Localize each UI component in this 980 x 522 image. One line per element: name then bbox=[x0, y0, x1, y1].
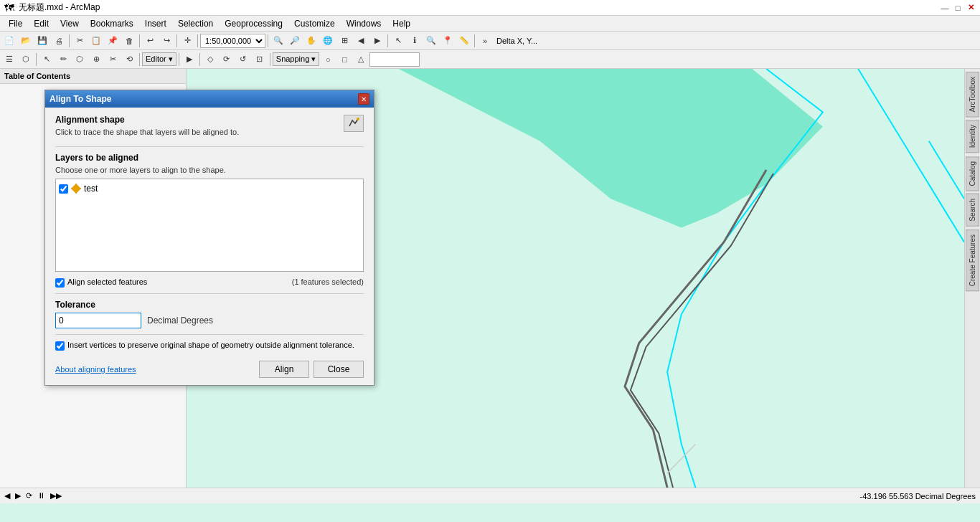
sidebar-tab-arctoolbox[interactable]: ArcToolbox bbox=[966, 72, 979, 117]
edit-tool-2[interactable]: ✏ bbox=[55, 52, 71, 67]
editor-dropdown[interactable]: Editor ▾ bbox=[142, 52, 176, 66]
status-left: ◀ ▶ ⟳ ⏸ ▶▶ bbox=[4, 491, 62, 500]
sep6 bbox=[387, 34, 388, 47]
menu-bar: File Edit View Bookmarks Insert Selectio… bbox=[0, 16, 980, 32]
menu-selection[interactable]: Selection bbox=[172, 17, 219, 30]
vertex-tool[interactable]: ◇ bbox=[202, 52, 218, 67]
status-coords: -43.196 55.563 Decimal Degrees bbox=[860, 492, 976, 500]
print-button[interactable]: 🖨 bbox=[51, 33, 67, 49]
sidebar-tab-identity[interactable]: Identity bbox=[966, 120, 979, 153]
menu-edit[interactable]: Edit bbox=[28, 17, 55, 30]
cut-button[interactable]: ✂ bbox=[72, 33, 88, 49]
layers-text: Choose one or more layers to align to th… bbox=[55, 166, 364, 174]
forward-button[interactable]: ▶ bbox=[369, 33, 385, 49]
edit-tool-1[interactable]: ↖ bbox=[39, 52, 55, 67]
maximize-button[interactable]: □ bbox=[953, 3, 963, 13]
insert-vertices-checkbox[interactable] bbox=[55, 341, 65, 351]
zoom-in-button[interactable]: 🔍 bbox=[270, 33, 286, 49]
menu-windows[interactable]: Windows bbox=[341, 17, 387, 30]
undo-button[interactable]: ↩ bbox=[142, 33, 158, 49]
more-tools[interactable]: » bbox=[477, 33, 493, 49]
edit-tool-3[interactable]: ⬡ bbox=[72, 52, 88, 67]
align-selected-checkbox[interactable] bbox=[55, 278, 65, 288]
sep10 bbox=[179, 53, 179, 66]
snap-square[interactable]: □ bbox=[336, 52, 352, 67]
snapping-dropdown[interactable]: Snapping ▾ bbox=[273, 52, 320, 66]
menu-view[interactable]: View bbox=[55, 17, 85, 30]
play-button[interactable]: ▶ bbox=[182, 52, 197, 67]
select-tool[interactable]: ↖ bbox=[390, 33, 406, 49]
edit-tool-5[interactable]: ✂ bbox=[105, 52, 121, 67]
sep9 bbox=[139, 53, 140, 66]
copy-button[interactable]: 📋 bbox=[88, 33, 104, 49]
new-button[interactable]: 📄 bbox=[1, 33, 17, 49]
identify-tool[interactable]: ℹ bbox=[407, 33, 423, 49]
paste-button[interactable]: 📌 bbox=[105, 33, 121, 49]
open-button[interactable]: 📂 bbox=[18, 33, 34, 49]
scale-dropdown[interactable]: 1:50,000,000 bbox=[200, 34, 265, 48]
delete-button[interactable]: 🗑 bbox=[121, 33, 137, 49]
right-sidebar: ArcToolbox Identity Catalog Search Creat… bbox=[964, 69, 980, 488]
layers-header: Layers to be aligned bbox=[55, 153, 364, 163]
close-dialog-button[interactable]: Close bbox=[314, 361, 364, 378]
sep11 bbox=[199, 53, 200, 66]
snap-circle[interactable]: ○ bbox=[320, 52, 336, 67]
divider-3 bbox=[55, 334, 364, 335]
dialog-close-button[interactable]: ✕ bbox=[358, 93, 369, 105]
close-app-button[interactable]: ✕ bbox=[966, 3, 976, 13]
layer-icon-test bbox=[71, 184, 81, 194]
help-link[interactable]: About aligning features bbox=[55, 365, 136, 374]
menu-help[interactable]: Help bbox=[387, 17, 416, 30]
layer-btn[interactable]: ⬡ bbox=[18, 52, 34, 67]
snap-input[interactable] bbox=[369, 52, 420, 67]
toc-toggle[interactable]: ☰ bbox=[1, 52, 17, 67]
menu-insert[interactable]: Insert bbox=[139, 17, 172, 30]
divider-1 bbox=[55, 146, 364, 147]
layer-item-test: test bbox=[59, 182, 360, 195]
find-tool[interactable]: 🔍 bbox=[423, 33, 439, 49]
save-button[interactable]: 💾 bbox=[34, 33, 50, 49]
app-title: 无标题.mxd - ArcMap bbox=[19, 1, 100, 14]
snap-triangle[interactable]: △ bbox=[353, 52, 369, 67]
alignment-shape-header: Alignment shape bbox=[55, 115, 239, 125]
minimize-button[interactable]: — bbox=[940, 3, 950, 13]
goto-xy-tool[interactable]: 📍 bbox=[440, 33, 456, 49]
sidebar-tab-create-features[interactable]: Create Features bbox=[966, 229, 979, 291]
dialog-content: Alignment shape Click to trace the shape… bbox=[45, 108, 374, 385]
sep7 bbox=[474, 34, 475, 47]
layers-list: test bbox=[55, 179, 364, 272]
title-bar-controls: — □ ✕ bbox=[940, 3, 976, 13]
trace-icon bbox=[348, 118, 359, 129]
tolerance-row: Decimal Degrees bbox=[55, 313, 364, 328]
align-to-shape-dialog: Align To Shape ✕ Alignment shape Click t… bbox=[44, 90, 374, 386]
sep2 bbox=[139, 34, 140, 47]
globe-button[interactable]: 🌐 bbox=[320, 33, 336, 49]
sep3 bbox=[176, 34, 177, 47]
pan-button[interactable]: ✋ bbox=[303, 33, 319, 49]
toolbar-row-1: 📄 📂 💾 🖨 ✂ 📋 📌 🗑 ↩ ↪ ✛ 1:50,000,000 🔍 🔎 ✋… bbox=[0, 32, 980, 50]
full-extent-button[interactable]: ⊞ bbox=[336, 33, 352, 49]
trace-shape-button[interactable] bbox=[344, 115, 364, 132]
measure-tool[interactable]: 📏 bbox=[456, 33, 472, 49]
divider-2 bbox=[55, 293, 364, 294]
menu-customize[interactable]: Customize bbox=[288, 17, 341, 30]
sidebar-tab-search[interactable]: Search bbox=[966, 194, 979, 227]
edit-tool-6[interactable]: ⟲ bbox=[121, 52, 137, 67]
delta-xy-label: Delta X, Y... bbox=[496, 37, 537, 45]
tolerance-section: Tolerance Decimal Degrees bbox=[55, 300, 364, 328]
align-button[interactable]: Align bbox=[259, 361, 309, 378]
zoom-out-button[interactable]: 🔎 bbox=[287, 33, 303, 49]
move-tool[interactable]: ✛ bbox=[179, 33, 195, 49]
redo-button[interactable]: ↪ bbox=[159, 33, 174, 49]
tolerance-input[interactable] bbox=[55, 313, 141, 328]
reshape-tool[interactable]: ⟳ bbox=[219, 52, 235, 67]
scale-tool[interactable]: ⊡ bbox=[252, 52, 268, 67]
edit-tool-4[interactable]: ⊕ bbox=[88, 52, 104, 67]
menu-file[interactable]: File bbox=[3, 17, 28, 30]
sidebar-tab-catalog[interactable]: Catalog bbox=[966, 156, 979, 191]
rotate-tool[interactable]: ↺ bbox=[235, 52, 251, 67]
back-button[interactable]: ◀ bbox=[353, 33, 369, 49]
layer-checkbox-test[interactable] bbox=[59, 184, 68, 194]
menu-geoprocessing[interactable]: Geoprocessing bbox=[219, 17, 288, 30]
menu-bookmarks[interactable]: Bookmarks bbox=[85, 17, 139, 30]
